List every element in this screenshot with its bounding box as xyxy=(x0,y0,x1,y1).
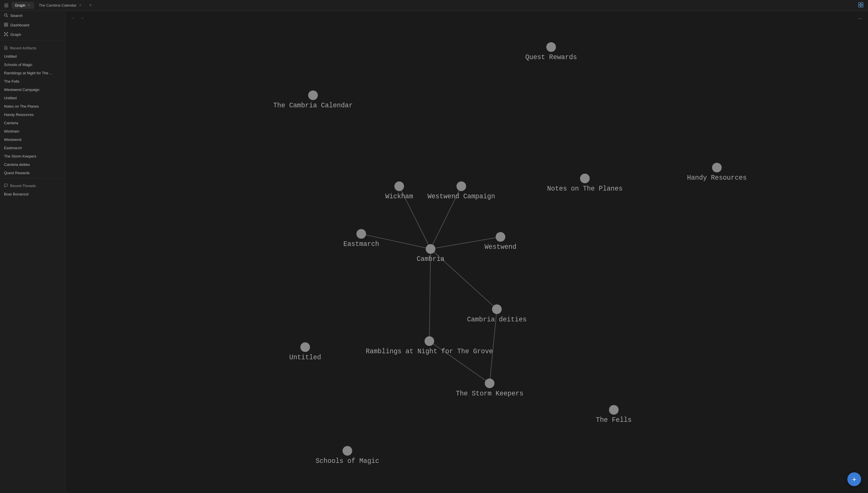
svg-rect-5 xyxy=(859,5,861,7)
svg-rect-3 xyxy=(859,3,861,5)
tab-graph[interactable]: Graph ✕ xyxy=(12,2,34,9)
layout-toggle-button[interactable] xyxy=(856,1,866,10)
svg-line-20 xyxy=(6,35,7,36)
recent-artifacts-label: Recent Artifacts xyxy=(10,46,37,50)
node-circle-westwend-campaign xyxy=(457,181,466,191)
svg-line-21 xyxy=(5,35,6,36)
node-schools-of-magic[interactable]: Schools of Magic xyxy=(315,446,379,465)
node-notes-on-planes[interactable]: Notes on The Planes xyxy=(547,174,622,193)
graph-nav-label: Graph xyxy=(10,33,21,37)
node-westwend-campaign[interactable]: Westwend Campaign xyxy=(427,181,495,200)
graph-visualization: Quest RewardsThe Cambria CalendarHandy R… xyxy=(65,11,868,493)
node-westwend[interactable]: Westwend xyxy=(485,232,516,251)
sidebar-artifact-item-0[interactable]: Untitled xyxy=(0,52,65,61)
node-label-schools-of-magic: Schools of Magic xyxy=(315,457,379,465)
sidebar-artifact-item-10[interactable]: Westwend xyxy=(0,135,65,144)
sidebar-item-graph[interactable]: Graph xyxy=(0,30,65,39)
node-handy-resources[interactable]: Handy Resources xyxy=(687,163,747,181)
node-ramblings[interactable]: Ramblings at Night for The Grove xyxy=(366,336,493,355)
sidebar-artifact-item-9[interactable]: Wickham xyxy=(0,127,65,135)
svg-point-7 xyxy=(5,14,7,16)
svg-rect-6 xyxy=(861,5,863,7)
sidebar-artifact-item-1[interactable]: Schools of Magic xyxy=(0,61,65,69)
tab-bar-right xyxy=(856,1,866,10)
svg-rect-0 xyxy=(4,4,8,4)
node-circle-ramblings xyxy=(425,336,434,346)
graph-nav-icon xyxy=(4,32,8,37)
graph-forward-button[interactable]: → xyxy=(78,14,86,22)
node-circle-handy-resources xyxy=(712,163,722,172)
sidebar-artifact-item-4[interactable]: Westwend Campaign xyxy=(0,86,65,94)
node-label-cambria-deities: Cambria deities xyxy=(467,316,527,323)
sidebar-artifact-item-8[interactable]: Cambria xyxy=(0,119,65,127)
tab-cambria-calendar-label: The Cambria Calendar xyxy=(39,3,77,7)
node-the-fells[interactable]: The Fells xyxy=(596,405,632,424)
graph-options-button[interactable]: ··· xyxy=(856,14,865,23)
sidebar-artifact-item-6[interactable]: Notes on The Planes xyxy=(0,102,65,110)
search-item[interactable]: Search xyxy=(0,11,65,20)
sidebar-artifact-item-3[interactable]: The Fells xyxy=(0,77,65,86)
recent-threads-label: Recent Threads xyxy=(10,184,36,188)
sidebar-divider-2 xyxy=(0,178,65,178)
node-label-ramblings: Ramblings at Night for The Grove xyxy=(366,348,493,355)
sidebar-artifact-item-7[interactable]: Handy Resources xyxy=(0,110,65,119)
sidebar-artifact-item-14[interactable]: Quest Rewards xyxy=(0,169,65,177)
sidebar: Search Dashboard xyxy=(0,11,65,493)
svg-rect-2 xyxy=(4,6,8,7)
sidebar-artifact-item-5[interactable]: Untitled xyxy=(0,94,65,102)
node-label-untitled2: Untitled xyxy=(289,354,321,361)
svg-point-13 xyxy=(5,34,6,35)
tab-graph-close-icon[interactable]: ✕ xyxy=(27,3,31,7)
sidebar-divider-1 xyxy=(0,40,65,41)
recent-artifacts-icon xyxy=(4,46,8,50)
dashboard-label: Dashboard xyxy=(10,23,29,27)
node-label-quest-rewards: Quest Rewards xyxy=(525,53,577,61)
svg-rect-12 xyxy=(6,25,8,26)
node-cambria-calendar[interactable]: The Cambria Calendar xyxy=(273,90,353,109)
tab-bar-left: Graph ✕ The Cambria Calendar ✕ + xyxy=(2,1,94,9)
tab-cambria-calendar[interactable]: The Cambria Calendar ✕ xyxy=(35,2,86,9)
graph-toolbar: ← → xyxy=(69,14,86,22)
node-circle-notes-on-planes xyxy=(580,174,590,184)
node-wickham[interactable]: Wickham xyxy=(385,181,413,200)
node-label-eastmarch: Eastmarch xyxy=(343,240,379,248)
graph-area: ← → ··· Quest RewardsThe Cambria Calenda… xyxy=(65,11,868,493)
node-circle-wickham xyxy=(395,181,404,191)
node-label-westwend: Westwend xyxy=(485,243,516,251)
dashboard-icon xyxy=(4,23,8,27)
tab-cambria-calendar-close-icon[interactable]: ✕ xyxy=(78,3,82,7)
svg-rect-1 xyxy=(4,5,8,6)
sidebar-toggle-button[interactable] xyxy=(2,2,10,9)
node-the-storm-keepers[interactable]: The Storm Keepers xyxy=(456,379,523,398)
node-circle-the-storm-keepers xyxy=(485,379,494,388)
tab-add-button[interactable]: + xyxy=(87,1,94,9)
sidebar-artifact-item-11[interactable]: Eastmarch xyxy=(0,144,65,152)
node-label-cambria: Cambria xyxy=(417,256,445,263)
node-circle-eastmarch xyxy=(357,229,366,239)
sidebar-artifact-item-2[interactable]: Ramblings at Night for The ... xyxy=(0,69,65,77)
node-label-westwend-campaign: Westwend Campaign xyxy=(427,193,495,200)
node-label-handy-resources: Handy Resources xyxy=(687,174,747,181)
node-cambria-deities[interactable]: Cambria deities xyxy=(467,304,527,323)
graph-back-button[interactable]: ← xyxy=(69,14,77,22)
recent-threads-header: Recent Threads xyxy=(0,181,65,190)
node-eastmarch[interactable]: Eastmarch xyxy=(343,229,379,248)
node-label-the-fells: The Fells xyxy=(596,416,632,424)
sidebar-artifact-item-12[interactable]: The Storm Keepers xyxy=(0,152,65,160)
node-circle-cambria xyxy=(426,244,436,254)
sidebar-item-dashboard[interactable]: Dashboard xyxy=(0,20,65,30)
sidebar-artifact-item-13[interactable]: Cambria deities xyxy=(0,160,65,169)
tab-graph-label: Graph xyxy=(15,3,25,7)
svg-rect-24 xyxy=(4,184,7,186)
svg-rect-4 xyxy=(861,3,863,5)
sidebar-thread-item-0[interactable]: Boar Bonanza! xyxy=(0,190,65,198)
recent-artifacts-header: Recent Artifacts xyxy=(0,43,65,52)
node-untitled2[interactable]: Untitled xyxy=(289,342,321,361)
node-circle-cambria-calendar xyxy=(308,90,318,100)
node-circle-the-fells xyxy=(609,405,619,415)
node-quest-rewards[interactable]: Quest Rewards xyxy=(525,42,577,61)
node-label-cambria-calendar: The Cambria Calendar xyxy=(273,102,353,109)
svg-line-18 xyxy=(5,33,6,34)
main-layout: Search Dashboard xyxy=(0,11,868,493)
fab-add-button[interactable]: + xyxy=(847,472,861,486)
